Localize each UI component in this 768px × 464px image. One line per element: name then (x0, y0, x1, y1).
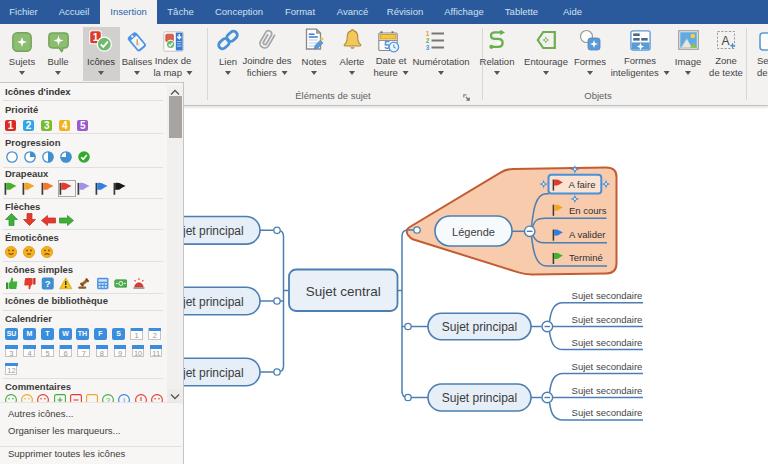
svg-text:Sujet principal: Sujet principal (442, 320, 517, 334)
svg-text:Légende: Légende (452, 226, 495, 238)
svg-text:Sujet secondaire: Sujet secondaire (572, 385, 643, 396)
svg-text:Sujet secondaire: Sujet secondaire (572, 407, 643, 418)
svg-text:A valider: A valider (569, 229, 605, 240)
svg-text:En cours: En cours (569, 205, 607, 216)
svg-text:Sujet secondaire: Sujet secondaire (572, 290, 643, 301)
svg-text:A: A (721, 34, 729, 48)
svg-text:Sujet principal: Sujet principal (442, 391, 517, 405)
svg-text:Terminé: Terminé (569, 252, 603, 263)
svg-text:Sujet secondaire: Sujet secondaire (572, 337, 643, 348)
svg-text:Sujet secondaire: Sujet secondaire (572, 361, 643, 372)
svg-text:Sujet secondaire: Sujet secondaire (572, 314, 643, 325)
svg-text:?: ? (45, 278, 51, 289)
svg-text:1: 1 (426, 30, 430, 37)
svg-text:A faire: A faire (569, 179, 596, 190)
svg-text:3: 3 (426, 44, 430, 50)
svg-text:Sujet central: Sujet central (306, 284, 381, 299)
svg-text:2: 2 (426, 37, 430, 44)
